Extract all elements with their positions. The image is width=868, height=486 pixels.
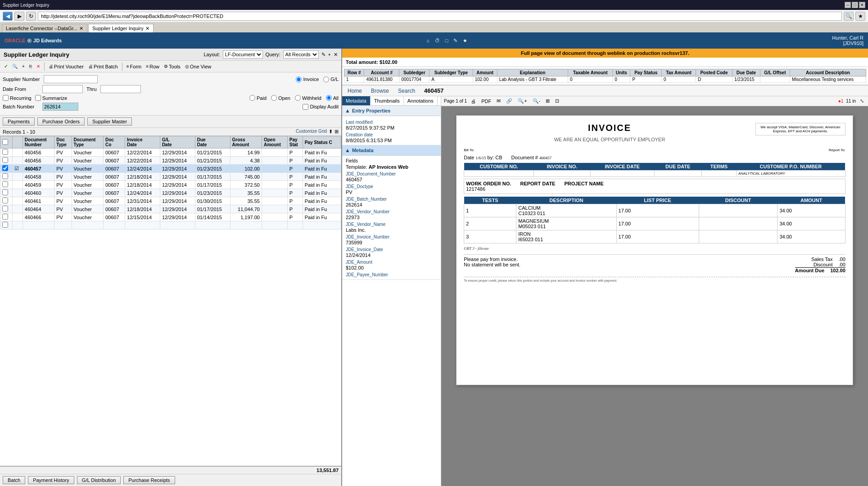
- nav-browse[interactable]: Browse: [371, 88, 389, 94]
- back-button[interactable]: ◀: [3, 12, 13, 21]
- all-radio[interactable]: [326, 95, 332, 101]
- batch-button[interactable]: Batch: [3, 476, 25, 484]
- table-row[interactable]: 460456 PV Voucher 00607 12/22/2014 12/29…: [0, 148, 341, 157]
- zoom-out-btn[interactable]: 🔍-: [531, 98, 542, 104]
- tab-supplier-ledger-close[interactable]: ✕: [145, 26, 149, 32]
- close-panel-icon[interactable]: ✕: [334, 52, 338, 58]
- viewer-scroll-area[interactable]: INVOICE WE ARE AN EQUAL OPPORTUNITY EMPL…: [441, 106, 868, 484]
- table-row[interactable]: [0, 221, 341, 230]
- gl-radio[interactable]: [323, 76, 329, 82]
- favorites-icon[interactable]: ★: [463, 38, 467, 44]
- document-label: Document #: [511, 155, 538, 160]
- layout-select[interactable]: LF-Document: [223, 50, 263, 58]
- open-radio-item: Open: [271, 95, 290, 101]
- select-all-checkbox[interactable]: [2, 139, 8, 145]
- tab-metadata[interactable]: Metadata: [342, 96, 371, 105]
- tools-button[interactable]: ⚙ Tools: [163, 63, 182, 70]
- customize-grid-link[interactable]: Customize Grid: [296, 129, 327, 135]
- minimize-btn[interactable]: ─: [845, 2, 851, 8]
- row-checkbox[interactable]: [0, 213, 13, 221]
- forward-button[interactable]: ▶: [14, 12, 24, 21]
- email-btn[interactable]: ✉: [495, 98, 502, 104]
- row-checkbox[interactable]: [0, 165, 13, 173]
- row-checkbox[interactable]: [0, 157, 13, 165]
- table-row[interactable]: 460460 PV Voucher 00607 12/24/2014 12/29…: [0, 189, 341, 197]
- tab-laserfiche[interactable]: Laserfiche Connector --DataGr... ✕: [2, 24, 87, 32]
- summarize-checkbox[interactable]: [35, 95, 41, 101]
- row-checkbox[interactable]: [0, 197, 13, 205]
- paid-radio[interactable]: [249, 95, 255, 101]
- withheld-radio[interactable]: [295, 95, 301, 101]
- open-radio[interactable]: [271, 95, 277, 101]
- date-from-input[interactable]: [42, 85, 83, 93]
- add-query-icon[interactable]: +: [328, 52, 331, 57]
- thru-input[interactable]: [100, 85, 141, 93]
- refresh-button[interactable]: ↻: [26, 12, 36, 21]
- row-checkbox[interactable]: [0, 148, 13, 157]
- edit-icon[interactable]: ✎: [453, 38, 457, 44]
- home-icon[interactable]: ⌂: [426, 38, 429, 44]
- table-row[interactable]: 460464 PV Voucher 00607 12/18/2014 12/29…: [0, 205, 341, 213]
- row-checkbox[interactable]: [0, 205, 13, 213]
- print-voucher-button[interactable]: 🖨 Print Voucher: [47, 63, 85, 70]
- row-checkbox[interactable]: [0, 221, 13, 230]
- recurring-checkbox[interactable]: [3, 95, 9, 101]
- link-btn[interactable]: 🔗: [505, 98, 514, 104]
- zoom-in-btn[interactable]: 🔍+: [516, 98, 528, 104]
- grid-settings-icon[interactable]: ⊞: [335, 129, 339, 135]
- purchase-orders-button[interactable]: Purchase Orders: [37, 117, 85, 126]
- table-row[interactable]: 460466 PV Voucher 00607 12/15/2014 12/29…: [0, 213, 341, 221]
- supplier-master-button[interactable]: Supplier Master: [87, 117, 132, 126]
- add-button[interactable]: +: [21, 63, 26, 69]
- copy-button[interactable]: ⎘: [28, 63, 33, 69]
- row-gross-amt: 11,044.70: [230, 205, 262, 213]
- close-btn[interactable]: ✕: [859, 2, 865, 8]
- tab-annotations[interactable]: Annotations: [404, 96, 438, 105]
- table-row[interactable]: ☑ 460457 PV Voucher 00607 12/24/2014 12/…: [0, 165, 341, 173]
- payments-button[interactable]: Payments: [3, 117, 35, 126]
- pdf-btn[interactable]: PDF: [480, 98, 493, 104]
- fit-width-btn[interactable]: ⊞: [544, 98, 551, 104]
- row-checkbox[interactable]: [0, 173, 13, 181]
- purchase-receipts-button[interactable]: Purchase Receipts: [123, 476, 175, 484]
- table-row[interactable]: 460459 PV Voucher 00607 12/18/2014 12/29…: [0, 181, 341, 189]
- table-row[interactable]: 460461 PV Voucher 00607 12/31/2014 12/29…: [0, 197, 341, 205]
- search-go-button[interactable]: 🔍: [844, 12, 854, 21]
- row-button[interactable]: ≡ Row: [145, 63, 161, 70]
- invoice-radio[interactable]: [296, 76, 302, 82]
- row-checkbox[interactable]: [0, 181, 13, 189]
- jde-grid[interactable]: DocumentNumber DocType DocumentType DocC…: [0, 136, 341, 466]
- delete-button[interactable]: ✕: [35, 63, 41, 69]
- edit-query-icon[interactable]: ✎: [321, 52, 326, 58]
- nav-home[interactable]: Home: [348, 88, 362, 94]
- clock-icon[interactable]: ⏱: [435, 38, 440, 44]
- nav-search[interactable]: Search: [398, 88, 415, 94]
- form-button[interactable]: ≡ Form: [125, 63, 143, 70]
- display-audit-checkbox[interactable]: [303, 104, 308, 110]
- find-button[interactable]: 🔍: [11, 63, 19, 69]
- address-bar[interactable]: [38, 12, 842, 21]
- expand-viewer-btn[interactable]: ⤡: [859, 98, 865, 104]
- tab-laserfiche-close[interactable]: ✕: [79, 26, 83, 32]
- tab-thumbnails[interactable]: Thumbnails: [371, 96, 404, 105]
- row-checkbox[interactable]: [0, 189, 13, 197]
- print-batch-button[interactable]: 🖨 Print Batch: [87, 63, 119, 70]
- export-icon[interactable]: ⬆: [329, 129, 333, 135]
- batch-number-input[interactable]: [42, 103, 78, 111]
- maximize-btn[interactable]: □: [852, 2, 858, 8]
- one-view-button[interactable]: ◎ One View: [184, 63, 213, 70]
- favorites-button[interactable]: ★: [855, 12, 865, 21]
- confirm-button[interactable]: ✓: [3, 63, 9, 69]
- entry-properties-header[interactable]: ▲ Entry Properties: [342, 106, 441, 116]
- report-icon[interactable]: □: [445, 38, 448, 44]
- table-row[interactable]: 460458 PV Voucher 00607 12/18/2014 12/29…: [0, 173, 341, 181]
- query-select[interactable]: All Records: [283, 50, 319, 58]
- print-viewer-btn[interactable]: 🖨: [470, 98, 477, 104]
- metadata-header[interactable]: ▲ Metadata: [342, 145, 441, 156]
- fit-page-btn[interactable]: ⊡: [554, 98, 561, 104]
- tab-supplier-ledger[interactable]: Supplier Ledger Inquiry ✕: [88, 24, 154, 32]
- supplier-number-input[interactable]: [44, 75, 98, 83]
- gl-distribution-button[interactable]: G/L Distribution: [77, 476, 121, 484]
- table-row[interactable]: 460456 PV Voucher 00607 12/22/2014 12/29…: [0, 157, 341, 165]
- payment-history-button[interactable]: Payment History: [28, 476, 74, 484]
